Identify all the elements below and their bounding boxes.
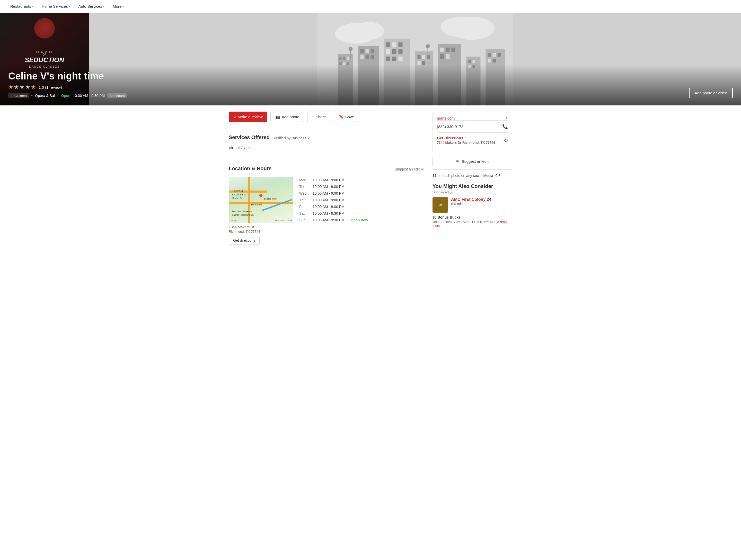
svg-rect-34 xyxy=(422,61,425,65)
open-now-badge: Open now xyxy=(351,218,368,222)
hero-section: THE ART OF SEDUCTION DANCE CLASSES xyxy=(0,13,741,105)
svg-rect-38 xyxy=(452,48,455,52)
suggest-edit-link[interactable]: Suggest an edit ✏ xyxy=(395,167,424,171)
rating-text: 1.0 (1 review) xyxy=(39,85,62,89)
bookmark-icon: 🔖 xyxy=(339,114,344,119)
home-services-label: Home Services xyxy=(42,4,68,8)
bonus-title: $5 Bonus Bucks xyxy=(432,215,512,219)
action-bar: ☆ Write a review 📷 Add photo ↑ Share 🔖 S… xyxy=(229,105,424,127)
svg-rect-51 xyxy=(493,59,496,63)
promo-icon: 🏷 xyxy=(495,173,500,178)
svg-rect-17 xyxy=(365,55,369,59)
svg-rect-13 xyxy=(360,49,364,53)
recommended-business-card: 2x AMC First Colony 24 8.0 miles xyxy=(432,197,512,213)
sidebar-contact-card: mans.com ↗ (832) 330-9172 📞 Get Directio… xyxy=(432,111,512,152)
save-button[interactable]: 🔖 Save xyxy=(334,111,359,122)
phone-number: (832) 330-9172 xyxy=(437,125,463,129)
dot-separator: • xyxy=(31,94,33,98)
claimed-badge: ✓ Claimed xyxy=(8,93,29,98)
business-info: AMC First Colony 24 8.0 miles xyxy=(451,197,491,206)
star-4: ★ xyxy=(25,84,30,90)
nav-item-more[interactable]: More ▾ xyxy=(109,0,128,13)
svg-rect-42 xyxy=(469,60,471,63)
home-services-chevron: ▾ xyxy=(69,5,70,8)
map-pin-icon: 📍 xyxy=(257,193,265,201)
directions-icon: ◇ xyxy=(504,137,508,143)
star-5: ★ xyxy=(31,84,36,90)
you-might-section: You Might Also Consider Sponsored i 2x A… xyxy=(432,183,512,228)
hours-range: 10:00 AM - 9:30 PM xyxy=(73,94,105,98)
share-button[interactable]: ↑ Share xyxy=(307,111,331,122)
svg-rect-50 xyxy=(488,59,491,63)
info-icon[interactable]: i xyxy=(450,190,453,194)
map-container[interactable]: 📍 Preston St S Calhoun St Morton St Rich… xyxy=(229,177,293,223)
svg-rect-26 xyxy=(386,57,390,61)
restaurants-label: Restaurants xyxy=(10,4,31,8)
star-rating: ★ ★ ★ ★ ★ xyxy=(8,84,36,90)
get-directions-map-button[interactable]: Get directions xyxy=(229,236,260,245)
svg-rect-28 xyxy=(399,57,403,61)
map-address: 7344 Makers Dr Richmond, TX 77744 Get di… xyxy=(229,225,293,245)
verified-badge: Verified by Business ✓ xyxy=(274,136,311,140)
hours-row-mon: Mon 10:00 AM - 9:00 PM xyxy=(299,177,424,183)
auto-services-chevron: ▾ xyxy=(103,5,105,8)
business-thumbnail: 2x xyxy=(432,197,448,213)
service-item-virtual-classes: Virtual Classes xyxy=(229,146,424,150)
sidebar-directions-row: Get Directions 7344 Makers Dr Richmond, … xyxy=(437,133,508,148)
nav-item-home-services[interactable]: Home Services ▾ xyxy=(38,0,74,13)
location-body: 📍 Preston St S Calhoun St Morton St Rich… xyxy=(229,177,424,245)
pencil-icon-sidebar: ✏ xyxy=(456,159,460,164)
hours-row-tue: Tue 10:00 AM - 9:00 PM xyxy=(299,183,424,190)
svg-rect-48 xyxy=(493,53,496,57)
hours-table: Mon 10:00 AM - 9:00 PM Tue 10:00 AM - 9:… xyxy=(299,177,424,245)
sidebar-promo-row: $1 off each photo on any social Media 🏷 xyxy=(432,169,512,181)
svg-rect-6 xyxy=(339,57,342,60)
location-title: Location & Hours xyxy=(229,166,272,171)
see-hours-button[interactable]: See hours xyxy=(107,93,127,98)
get-directions-sidebar-link[interactable]: Get Directions 7344 Makers Dr Richmond, … xyxy=(437,136,508,145)
address-link[interactable]: 7344 Makers Dr xyxy=(229,225,255,229)
pencil-icon: ✏ xyxy=(421,167,424,171)
star-2: ★ xyxy=(14,84,19,90)
svg-rect-27 xyxy=(392,57,397,61)
svg-rect-7 xyxy=(343,57,345,60)
svg-rect-14 xyxy=(365,49,369,53)
svg-rect-37 xyxy=(446,48,450,52)
svg-rect-18 xyxy=(371,55,375,59)
phone-icon[interactable]: 📞 xyxy=(502,124,508,129)
services-title: Services Offered xyxy=(229,135,270,140)
sidebar-phone-row: (832) 330-9172 📞 xyxy=(437,120,508,133)
business-name-link[interactable]: AMC First Colony 24 xyxy=(451,197,491,202)
nav-item-auto-services[interactable]: Auto Services ▾ xyxy=(74,0,109,13)
suggest-edit-sidebar-button[interactable]: ✏ Suggest an edit xyxy=(432,156,512,166)
hours-row-thu: Thu 10:00 AM - 9:00 PM xyxy=(299,197,424,204)
location-header: Location & Hours Suggest an edit ✏ xyxy=(229,166,424,172)
svg-rect-8 xyxy=(347,57,349,60)
more-label: More xyxy=(113,4,122,8)
svg-rect-20 xyxy=(386,43,390,47)
add-photo-button[interactable]: 📷 Add photo xyxy=(270,111,304,122)
website-link[interactable]: mans.com ↗ xyxy=(437,116,508,120)
svg-rect-55 xyxy=(428,46,428,57)
restaurants-chevron: ▾ xyxy=(32,5,33,8)
svg-point-4 xyxy=(441,17,477,37)
star-3: ★ xyxy=(19,84,25,90)
nav-item-restaurants[interactable]: Restaurants ▾ xyxy=(6,0,38,13)
write-review-button[interactable]: ☆ Write a review xyxy=(229,111,267,122)
map-placeholder: 📍 Preston St S Calhoun St Morton St Rich… xyxy=(229,177,293,223)
main-column: ☆ Write a review 📷 Add photo ↑ Share 🔖 S… xyxy=(229,105,424,252)
sponsored-text: Sponsored xyxy=(432,190,449,194)
add-photo-video-button[interactable]: Add photo or video xyxy=(689,88,733,98)
business-category: Opera & Ballet xyxy=(35,94,59,98)
svg-rect-24 xyxy=(392,49,397,54)
svg-rect-30 xyxy=(418,55,421,59)
hours-row-wed: Wed 10:00 AM - 9:00 PM xyxy=(299,190,424,197)
svg-rect-43 xyxy=(473,60,475,63)
hours-row-sat: Sat 10:00 AM - 9:30 PM xyxy=(299,210,424,217)
svg-rect-53 xyxy=(350,49,351,59)
meta-row: ✓ Claimed • Opera & Ballet Open 10:00 AM… xyxy=(8,93,733,98)
svg-rect-49 xyxy=(497,53,501,57)
svg-rect-16 xyxy=(360,55,364,59)
svg-rect-40 xyxy=(446,54,450,59)
svg-rect-31 xyxy=(422,55,425,59)
